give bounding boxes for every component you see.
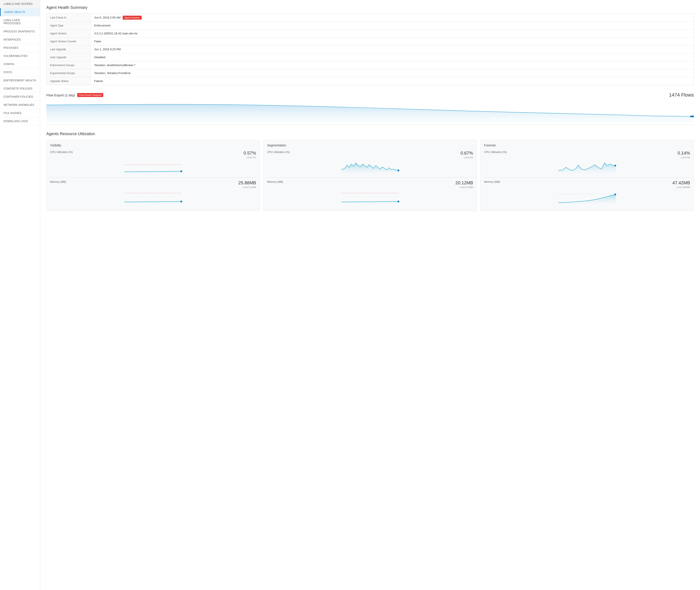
row-value: Jun 1, 2018 9:25 PM	[91, 45, 694, 54]
mem-value-block: 25.88MB Limit 512MB	[239, 180, 256, 189]
mem-value: 47.42MB	[673, 180, 690, 185]
mem-value-block: 47.42MB Limit 256MB	[673, 180, 690, 189]
table-row: Last UpgradeJun 1, 2018 9:25 PM	[47, 45, 694, 54]
row-value: Tetration, druidHistoricalBroker-*	[91, 61, 694, 69]
table-row: Agent Version3.0.2.2.180531.18.42.main.d…	[47, 29, 694, 37]
mem-chart	[267, 191, 473, 204]
cpu-label: CPU Utilization (%)	[484, 151, 507, 154]
table-row: Experimental GroupsTetration, Tetration:…	[47, 69, 694, 77]
row-value: Tetration, Tetration:FrontEnd	[91, 69, 694, 77]
svg-point-5	[398, 170, 399, 171]
svg-point-8	[614, 165, 616, 167]
cpu-limit: Limit NA	[464, 156, 473, 159]
mem-chart	[484, 191, 690, 204]
resource-title: Agents Resource Utilization	[46, 132, 694, 136]
sidebar-item-concrete-policies[interactable]: CONCRETE POLICIES	[0, 85, 40, 93]
mem-limit: Limit 256MB	[677, 186, 690, 189]
row-label: Last Upgrade	[47, 45, 91, 54]
flow-chart	[46, 101, 694, 123]
row-label: Auto Upgrade	[47, 54, 91, 61]
row-label: Agent Version Current	[47, 37, 91, 45]
sidebar: LABELS AND SCOPESAGENT HEALTHLONG LIVED …	[0, 0, 40, 590]
mem-value-block: 20.12MB Limit 512MB	[455, 180, 473, 189]
sidebar-item-packages[interactable]: PACKAGES	[0, 44, 40, 52]
svg-point-10	[614, 194, 616, 195]
svg-point-2	[180, 171, 182, 172]
cpu-value: 0.57%	[244, 151, 256, 156]
flow-export-title: Flow Export (1 day) Flow Export Stopped	[46, 93, 103, 97]
sidebar-item-long-lived-processes[interactable]: LONG LIVED PROCESSES	[0, 16, 40, 27]
card-title: Forensic	[484, 143, 690, 147]
mem-chart	[50, 191, 256, 204]
sidebar-item-network-anomalies[interactable]: NETWORK ANOMALIES	[0, 101, 40, 109]
cpu-limit: Limit NA	[681, 156, 690, 159]
row-label: Upgrade Status	[47, 77, 91, 85]
cpu-chart	[484, 161, 690, 174]
main-content: Agent Health Summary Last Check-InJun 6,…	[40, 0, 700, 590]
row-label: Last Check-In	[47, 14, 91, 22]
table-row: Upgrade StatusFailure	[47, 77, 694, 85]
resource-cards: Visibility CPU Utilization (%) 0.57% Lim…	[46, 140, 694, 211]
card-title: Segmentation	[267, 143, 473, 147]
table-row: Enforcement GroupsTetration, druidHistor…	[47, 61, 694, 69]
row-value: Enforcement	[91, 22, 694, 29]
mem-label: Memory (MB)	[267, 180, 283, 183]
sidebar-item-agent-health[interactable]: AGENT HEALTH	[0, 8, 40, 16]
agent-health-table: Last Check-InJun 6, 2018 2:05 AMAgent In…	[46, 13, 694, 85]
resource-card-visibility: Visibility CPU Utilization (%) 0.57% Lim…	[46, 140, 260, 211]
cpu-value-block: 0.57% Limit 3%	[244, 151, 256, 159]
resource-utilization-section: Agents Resource Utilization Visibility C…	[46, 132, 694, 211]
mem-value: 25.88MB	[239, 180, 256, 185]
row-value: Jun 6, 2018 2:05 AMAgent Inactive	[91, 14, 694, 22]
cpu-label: CPU Utilization (%)	[50, 151, 73, 154]
sidebar-item-enforcement-health[interactable]: ENFORCEMENT HEALTH	[0, 77, 40, 85]
svg-point-4	[180, 201, 182, 202]
sidebar-item-vulnerabilities[interactable]: VULNERABILITIES	[0, 52, 40, 60]
resource-card-forensic: Forensic CPU Utilization (%) 0.14% Limit…	[480, 140, 694, 211]
mem-limit: Limit 512MB	[243, 186, 256, 189]
sidebar-item-download-logs[interactable]: DOWNLOAD LOGS	[0, 117, 40, 125]
flow-export-badge: Flow Export Stopped	[77, 93, 103, 97]
sidebar-item-interfaces[interactable]: INTERFACES	[0, 36, 40, 44]
sidebar-item-stats[interactable]: STATS	[0, 68, 40, 77]
resource-card-segmentation: Segmentation CPU Utilization (%) 0.67% L…	[263, 140, 477, 211]
agent-health-title: Agent Health Summary	[46, 5, 694, 10]
cpu-label: CPU Utilization (%)	[267, 151, 290, 154]
mem-value: 20.12MB	[455, 180, 473, 185]
table-row: Agent TypeEnforcement	[47, 22, 694, 29]
agent-inactive-badge: Agent Inactive	[123, 16, 142, 20]
mem-label: Memory (MB)	[484, 180, 500, 183]
cpu-value-block: 0.14% Limit NA	[678, 151, 690, 159]
row-value: Disabled	[91, 54, 694, 61]
sidebar-item-labels-and-scopes[interactable]: LABELS AND SCOPES	[0, 0, 40, 8]
cpu-chart	[50, 161, 256, 174]
sidebar-item-container-policies[interactable]: CONTAINER POLICIES	[0, 93, 40, 101]
sidebar-item-file-hashes[interactable]: FILE HASHES	[0, 109, 40, 117]
row-label: Agent Version	[47, 29, 91, 37]
cpu-chart	[267, 161, 473, 174]
card-title: Visibility	[50, 143, 256, 147]
row-value: False	[91, 37, 694, 45]
row-label: Enforcement Groups	[47, 61, 91, 69]
row-label: Agent Type	[47, 22, 91, 29]
sidebar-item-process-snapshots[interactable]: PROCESS SNAPSHOTS	[0, 27, 40, 36]
row-value: Failure	[91, 77, 694, 85]
flow-export-section: Flow Export (1 day) Flow Export Stopped …	[46, 92, 694, 124]
sidebar-item-config[interactable]: CONFIG	[0, 60, 40, 68]
cpu-value: 0.14%	[678, 151, 690, 156]
mem-limit: Limit 512MB	[459, 186, 473, 189]
cpu-limit: Limit 3%	[247, 156, 256, 159]
table-row: Auto UpgradeDisabled	[47, 54, 694, 61]
table-row: Agent Version CurrentFalse	[47, 37, 694, 45]
mem-label: Memory (MB)	[50, 180, 66, 183]
row-label: Experimental Groups	[47, 69, 91, 77]
row-value: 3.0.2.2.180531.18.42.main.dev-lw	[91, 29, 694, 37]
cpu-value-block: 0.67% Limit NA	[461, 151, 473, 159]
flow-count: 1474 Flows	[669, 92, 694, 98]
svg-point-7	[398, 201, 399, 202]
table-row: Last Check-InJun 6, 2018 2:05 AMAgent In…	[47, 14, 694, 22]
cpu-value: 0.67%	[461, 151, 473, 156]
